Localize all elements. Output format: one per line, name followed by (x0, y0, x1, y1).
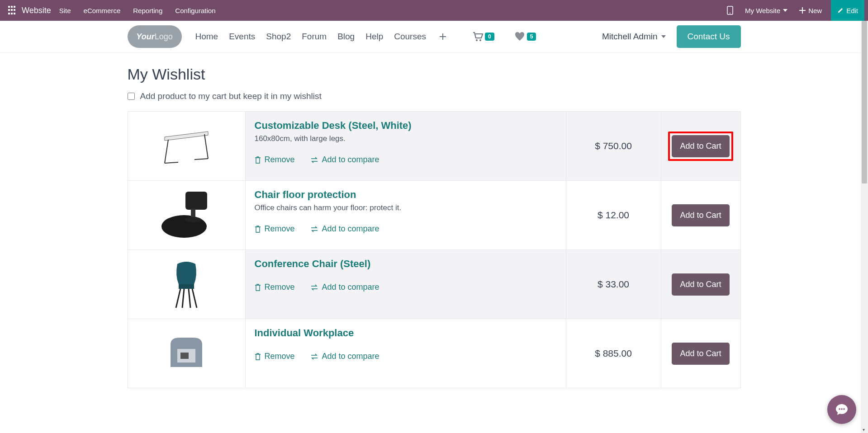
add-to-cart-button[interactable]: Add to Cart (672, 135, 729, 157)
nav-help[interactable]: Help (365, 32, 383, 42)
product-actions: RemoveAdd to compare (255, 352, 557, 361)
new-button-label: New (808, 7, 822, 14)
nav-add-icon[interactable] (439, 33, 447, 41)
remove-link[interactable]: Remove (255, 224, 295, 234)
table-row: Chair floor protectionOffice chairs can … (128, 181, 740, 250)
top-menu-site[interactable]: Site (59, 7, 71, 14)
wishlist-count-badge: 5 (527, 33, 536, 41)
product-info-cell: Chair floor protectionOffice chairs can … (245, 181, 566, 250)
website-selector[interactable]: My Website (742, 7, 790, 14)
svg-line-5 (165, 140, 168, 163)
product-image[interactable] (159, 257, 213, 311)
product-image-cell (128, 181, 245, 250)
product-info-cell: Individual WorkplaceRemoveAdd to compare (245, 319, 566, 388)
product-title-link[interactable]: Conference Chair (Steel) (255, 258, 371, 270)
product-title-link[interactable]: Individual Workplace (255, 327, 354, 339)
compare-link[interactable]: Add to compare (310, 155, 379, 165)
table-row: Conference Chair (Steel)RemoveAdd to com… (128, 250, 740, 319)
product-image-cell (128, 112, 245, 181)
pencil-icon (837, 7, 844, 14)
plus-icon (799, 7, 806, 14)
remove-link[interactable]: Remove (255, 352, 295, 361)
caret-down-icon (661, 35, 666, 38)
product-image[interactable] (159, 119, 213, 173)
compare-icon (310, 226, 318, 232)
table-row: Customizable Desk (Steel, White)160x80cm… (128, 112, 740, 181)
compare-icon (310, 353, 318, 360)
svg-rect-19 (180, 353, 189, 359)
compare-link[interactable]: Add to compare (310, 282, 379, 292)
svg-line-8 (194, 159, 208, 160)
keep-in-wishlist-checkbox[interactable] (128, 93, 135, 100)
product-image[interactable] (159, 326, 213, 381)
mobile-preview-icon[interactable] (724, 6, 736, 15)
top-brand[interactable]: Website (22, 6, 51, 15)
nav-forum[interactable]: Forum (302, 32, 327, 42)
svg-line-15 (192, 289, 197, 308)
compare-link[interactable]: Add to compare (310, 224, 379, 234)
add-to-cart-button[interactable]: Add to Cart (672, 273, 729, 296)
svg-line-17 (189, 289, 190, 308)
svg-line-16 (182, 289, 184, 308)
product-title-link[interactable]: Customizable Desk (Steel, White) (255, 120, 412, 132)
add-to-cart-button[interactable]: Add to Cart (672, 204, 729, 226)
caret-down-icon (783, 9, 787, 12)
product-image[interactable] (159, 188, 213, 242)
svg-marker-4 (165, 132, 208, 141)
wishlist-table: Customizable Desk (Steel, White)160x80cm… (128, 111, 741, 388)
nav-events[interactable]: Events (229, 32, 255, 42)
compare-link[interactable]: Add to compare (310, 352, 379, 361)
svg-line-7 (165, 162, 178, 163)
top-menu-reporting[interactable]: Reporting (133, 7, 162, 14)
user-menu[interactable]: Mitchell Admin (602, 32, 666, 42)
nav-home[interactable]: Home (195, 32, 218, 42)
trash-icon (255, 353, 261, 360)
compare-icon (310, 284, 318, 291)
remove-link[interactable]: Remove (255, 282, 295, 292)
add-to-cart-button[interactable]: Add to Cart (672, 343, 729, 365)
website-selector-label: My Website (745, 7, 780, 14)
svg-line-6 (204, 134, 208, 159)
product-description: Office chairs can harm your floor: prote… (255, 203, 557, 212)
site-logo[interactable]: YourLogo (128, 25, 182, 48)
price-cell: $ 12.00 (566, 181, 661, 250)
add-to-cart-cell: Add to Cart (661, 181, 740, 250)
add-to-cart-cell: Add to Cart (661, 112, 740, 181)
svg-point-3 (479, 39, 481, 41)
top-menu-configuration[interactable]: Configuration (175, 7, 215, 14)
product-actions: RemoveAdd to compare (255, 224, 557, 234)
chat-fab[interactable] (827, 395, 856, 406)
trash-icon (255, 156, 261, 164)
price-cell: $ 750.00 (566, 112, 661, 181)
scrollbar-thumb[interactable] (862, 21, 867, 184)
top-menu-ecommerce[interactable]: eCommerce (84, 7, 121, 14)
header-icons: 0 5 (472, 32, 536, 42)
svg-point-12 (185, 217, 201, 222)
product-info-cell: Conference Chair (Steel)RemoveAdd to com… (245, 250, 566, 319)
product-description: 160x80cm, with large legs. (255, 134, 557, 143)
top-menu: Site eCommerce Reporting Configuration (59, 7, 216, 14)
contact-us-button[interactable]: Contact Us (677, 25, 741, 48)
trash-icon (255, 284, 261, 291)
new-button[interactable]: New (797, 7, 825, 14)
apps-icon[interactable] (8, 6, 17, 15)
product-actions: RemoveAdd to compare (255, 282, 557, 292)
remove-link[interactable]: Remove (255, 155, 295, 165)
nav-blog[interactable]: Blog (337, 32, 355, 42)
add-to-cart-cell: Add to Cart (661, 319, 740, 388)
keep-in-wishlist-label: Add product to my cart but keep it in my… (140, 91, 322, 101)
wishlist-icon[interactable]: 5 (514, 32, 536, 42)
edit-button[interactable]: Edit (831, 0, 864, 21)
cart-icon[interactable]: 0 (472, 32, 494, 42)
page-title: My Wishlist (128, 66, 741, 83)
cart-count-badge: 0 (485, 33, 494, 41)
price-cell: $ 885.00 (566, 319, 661, 388)
product-actions: RemoveAdd to compare (255, 155, 557, 165)
add-to-cart-cell: Add to Cart (661, 250, 740, 319)
svg-rect-10 (185, 192, 207, 210)
nav-shop2[interactable]: Shop2 (266, 32, 291, 42)
product-title-link[interactable]: Chair floor protection (255, 189, 356, 201)
vertical-scrollbar[interactable]: ▾ (861, 21, 868, 406)
chat-icon (835, 402, 849, 406)
nav-courses[interactable]: Courses (394, 32, 426, 42)
